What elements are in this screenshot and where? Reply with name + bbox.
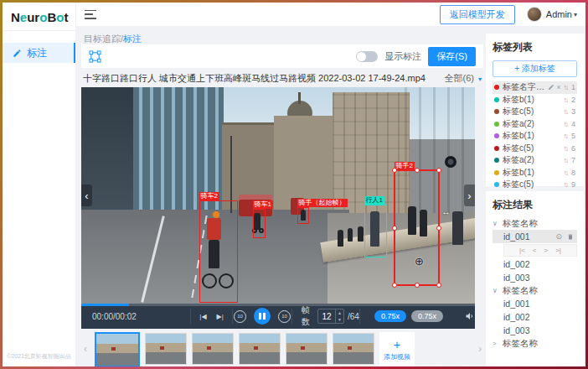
filter-dropdown[interactable]: 全部(6) ▾ bbox=[444, 72, 482, 85]
box-label: 骑车1 bbox=[253, 200, 273, 209]
edit-icon[interactable] bbox=[548, 84, 554, 91]
frame-input[interactable]: 12 bbox=[318, 309, 335, 323]
sort-icon[interactable]: ↑↓ bbox=[563, 83, 567, 91]
box-label: 骑手2 bbox=[395, 162, 415, 170]
save-button[interactable]: 保存(S) bbox=[428, 47, 476, 66]
speed-pill-active[interactable]: 0.75x bbox=[374, 310, 406, 322]
thumbs-prev-arrow[interactable]: ‹ bbox=[84, 343, 87, 355]
result-item[interactable]: id_003 bbox=[493, 271, 577, 284]
result-item[interactable]: id_002 bbox=[493, 310, 577, 324]
resize-handle[interactable] bbox=[392, 283, 397, 288]
sort-icon[interactable]: ↑↓ bbox=[563, 144, 567, 153]
speed-pill[interactable]: 0.75x bbox=[411, 310, 443, 322]
scene-person bbox=[358, 226, 364, 242]
label-color-dot bbox=[494, 85, 499, 90]
thumbs-next-arrow[interactable]: › bbox=[478, 343, 482, 355]
next-frame-button[interactable]: ▶| bbox=[217, 313, 224, 320]
result-item[interactable]: id_002 bbox=[493, 257, 577, 271]
label-row[interactable]: 标签b(1) ↑↓ 2 bbox=[493, 94, 577, 107]
label-row[interactable]: 标签c(5) ↑↓ 3 bbox=[493, 106, 577, 118]
progress-bar[interactable] bbox=[81, 304, 475, 306]
volume-icon[interactable] bbox=[465, 311, 475, 321]
frame-stepper[interactable]: 12 ▲ ▼ bbox=[317, 309, 344, 324]
prev-video-arrow[interactable]: ‹ bbox=[81, 184, 92, 206]
sort-icon[interactable]: ↑↓ bbox=[563, 107, 567, 116]
result-item[interactable]: id_001 bbox=[493, 297, 577, 310]
next-video-arrow[interactable]: › bbox=[464, 184, 475, 206]
screenshot-frame: NeuroBot 标注 ©2021北京矩视智能出品 返回模型开发 Admin ▾… bbox=[0, 0, 588, 369]
progress-fill bbox=[81, 304, 129, 306]
resize-handle[interactable] bbox=[392, 168, 397, 173]
video-thumbnail[interactable] bbox=[239, 333, 281, 365]
frame-down-icon[interactable]: ▼ bbox=[336, 316, 343, 323]
video-thumbnail[interactable] bbox=[333, 333, 374, 365]
resize-handle[interactable] bbox=[392, 226, 397, 231]
collapse-menu-icon[interactable] bbox=[85, 10, 96, 19]
label-list-title: 标签列表 bbox=[493, 40, 577, 55]
delete-icon[interactable]: × bbox=[557, 83, 561, 91]
add-label-button[interactable]: + 添加标签 bbox=[493, 60, 577, 77]
bounding-box[interactable]: 骑手（起始帧） bbox=[297, 207, 309, 224]
rect-select-tool-icon[interactable] bbox=[89, 50, 101, 63]
resize-handle[interactable] bbox=[415, 283, 420, 288]
breadcrumb-parent[interactable]: 目标追踪 bbox=[84, 34, 121, 44]
resize-handle[interactable] bbox=[415, 168, 420, 173]
forward-10-button[interactable]: 10 bbox=[278, 310, 291, 323]
track-icon[interactable]: ⊙ bbox=[555, 232, 562, 241]
frame-up-icon[interactable]: ▲ bbox=[336, 309, 343, 316]
resize-handle[interactable] bbox=[436, 226, 441, 231]
bounding-box[interactable]: 骑车1 bbox=[253, 209, 266, 238]
prev-frame-button[interactable]: < bbox=[533, 247, 537, 254]
label-row[interactable]: 标签c(5) ↑↓ 6 bbox=[493, 143, 577, 155]
label-row[interactable]: 标签a(2) ↑↓ 7 bbox=[493, 154, 577, 167]
user-avatar[interactable] bbox=[527, 7, 542, 22]
video-thumbnail[interactable] bbox=[145, 333, 187, 365]
time-display: 00:00/00:02 bbox=[81, 309, 190, 324]
resize-handle[interactable] bbox=[436, 283, 441, 288]
result-group[interactable]: ∨ 标签名称 bbox=[493, 284, 577, 297]
label-row[interactable]: 标签b(1) ↑↓ 8 bbox=[493, 167, 577, 179]
user-name[interactable]: Admin bbox=[546, 9, 572, 19]
resize-cursor-icon: ↔ bbox=[441, 206, 451, 216]
annotation-toolbar: 显示标注 保存(S) bbox=[81, 44, 483, 68]
bounding-box[interactable]: 骑车2 bbox=[199, 200, 238, 303]
prev-frame-button[interactable]: |◀ bbox=[199, 313, 206, 320]
result-group[interactable]: ∨ 标签名称 bbox=[493, 217, 577, 230]
sort-icon[interactable]: ↑↓ bbox=[563, 156, 567, 164]
sort-icon[interactable]: ↑↓ bbox=[563, 169, 567, 177]
video-frame[interactable]: 骑车2 骑车1 骑手（起始帧） 行人1 骑手2 bbox=[81, 87, 475, 304]
result-item-selected[interactable]: id_001 ⊙ bbox=[493, 230, 577, 243]
first-frame-button[interactable]: |< bbox=[519, 247, 525, 254]
resize-handle[interactable] bbox=[436, 168, 441, 173]
bounding-box[interactable]: 行人1 bbox=[364, 205, 387, 257]
video-thumbnail[interactable] bbox=[286, 333, 328, 365]
trash-icon[interactable] bbox=[567, 233, 574, 241]
sort-icon[interactable]: ↑↓ bbox=[563, 180, 567, 189]
pause-button[interactable] bbox=[254, 308, 271, 325]
result-item[interactable]: id_003 bbox=[493, 324, 577, 337]
app-window: NeuroBot 标注 ©2021北京矩视智能出品 返回模型开发 Admin ▾… bbox=[3, 3, 585, 366]
label-row[interactable]: 标签c(5) ↑↓ 9 bbox=[493, 179, 577, 191]
label-row[interactable]: 标签名字最长数... × ↑↓ 1 bbox=[493, 81, 577, 94]
frame-count-label: 帧数 bbox=[302, 304, 314, 328]
label-row[interactable]: 标签a(2) ↑↓ 4 bbox=[493, 118, 577, 131]
label-row[interactable]: 标签b(1) ↑↓ 5 bbox=[493, 130, 577, 143]
box-label: 行人1 bbox=[364, 196, 384, 205]
next-frame-button[interactable]: > bbox=[544, 247, 549, 254]
result-group-collapsed[interactable]: > 标签名称 bbox=[493, 337, 577, 350]
scene-person bbox=[338, 230, 343, 247]
sort-icon[interactable]: ↑↓ bbox=[563, 120, 567, 128]
label-color-dot bbox=[494, 133, 499, 138]
rewind-10-button[interactable]: 10 bbox=[234, 310, 246, 323]
bounding-box-selected[interactable]: 骑手2 bbox=[394, 169, 440, 286]
sidebar-item-annotation[interactable]: 标注 bbox=[3, 43, 75, 63]
last-frame-button[interactable]: >| bbox=[555, 247, 561, 254]
sort-icon[interactable]: ↑↓ bbox=[563, 132, 567, 140]
show-annotation-toggle[interactable] bbox=[356, 51, 378, 62]
video-thumbnail-selected[interactable] bbox=[95, 332, 140, 366]
add-video-button[interactable]: + 添加视频 bbox=[379, 332, 415, 366]
sort-icon[interactable]: ↑↓ bbox=[563, 96, 567, 104]
video-thumbnail[interactable] bbox=[192, 333, 234, 365]
back-to-model-dev-button[interactable]: 返回模型开发 bbox=[440, 5, 515, 24]
breadcrumb: 目标追踪/标注 bbox=[84, 33, 142, 45]
